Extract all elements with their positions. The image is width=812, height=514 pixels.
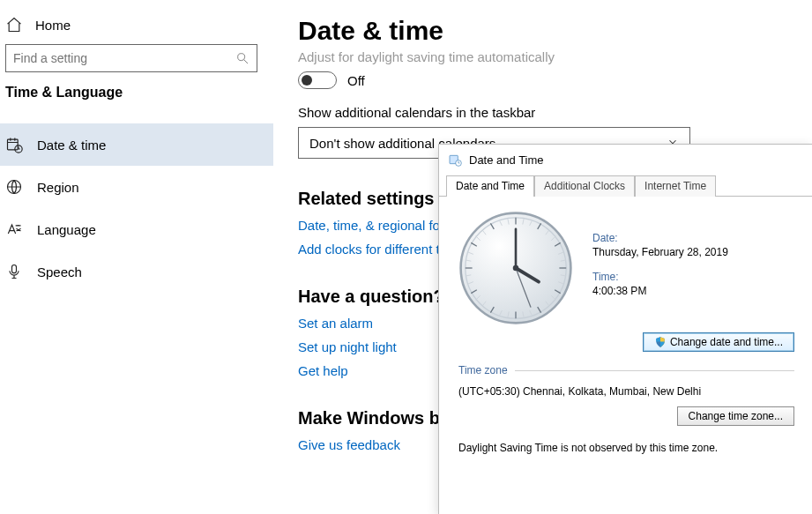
language-icon	[5, 220, 23, 238]
svg-rect-1	[8, 139, 19, 150]
time-label: Time:	[592, 271, 728, 283]
analog-clock	[458, 211, 573, 325]
date-time-dialog-icon	[448, 153, 462, 167]
svg-point-45	[513, 265, 519, 272]
timezone-heading: Time zone	[458, 364, 508, 376]
date-value: Thursday, February 28, 2019	[592, 246, 728, 258]
tab-internet-time[interactable]: Internet Time	[635, 175, 716, 197]
tab-additional-clocks[interactable]: Additional Clocks	[534, 175, 635, 197]
dst-label: Adjust for daylight saving time automati…	[298, 49, 787, 64]
time-value: 4:00:38 PM	[592, 285, 728, 297]
dialog-body: Date: Thursday, February 28, 2019 Time: …	[439, 196, 812, 463]
sidebar-home[interactable]: Home	[0, 9, 273, 44]
tab-date-and-time[interactable]: Date and Time	[446, 175, 534, 197]
change-date-time-label: Change date and time...	[670, 336, 783, 348]
change-timezone-label: Change time zone...	[689, 410, 783, 422]
date-time-info: Date: Thursday, February 28, 2019 Time: …	[592, 211, 728, 325]
timezone-value: (UTC+05:30) Chennai, Kolkata, Mumbai, Ne…	[458, 385, 794, 398]
svg-point-0	[238, 54, 245, 61]
search-icon	[235, 51, 250, 65]
sidebar-item-speech[interactable]: Speech	[0, 250, 273, 293]
section-header: Time & Language	[0, 85, 273, 108]
home-icon	[5, 16, 23, 34]
svg-rect-4	[12, 265, 17, 273]
toggle-state: Off	[347, 73, 365, 88]
sidebar-item-label: Region	[37, 180, 79, 195]
dialog-tabs: Date and Time Additional Clocks Internet…	[439, 175, 812, 196]
change-timezone-button[interactable]: Change time zone...	[677, 406, 794, 426]
date-label: Date:	[592, 232, 728, 244]
change-date-time-button[interactable]: Change date and time...	[643, 332, 794, 352]
date-time-dialog: Date and Time Date and Time Additional C…	[438, 144, 812, 514]
sidebar-item-language[interactable]: Language	[0, 208, 273, 250]
search-input[interactable]	[5, 44, 257, 72]
sidebar: Home Time & Language Date & time	[0, 0, 273, 514]
sidebar-item-label: Language	[37, 222, 96, 237]
search-field[interactable]	[13, 51, 235, 65]
dst-toggle[interactable]	[298, 71, 337, 89]
sidebar-item-date-time[interactable]: Date & time	[0, 123, 273, 166]
page-title: Date & time	[298, 16, 787, 46]
dialog-title: Date and Time	[469, 153, 544, 167]
sidebar-item-region[interactable]: Region	[0, 166, 273, 208]
sidebar-item-label: Date & time	[37, 138, 106, 153]
calendar-clock-icon	[5, 136, 23, 153]
microphone-icon	[5, 263, 23, 280]
dst-note: Daylight Saving Time is not observed by …	[458, 442, 794, 454]
toggle-knob	[302, 75, 312, 86]
sidebar-item-label: Speech	[37, 264, 82, 279]
globe-icon	[5, 178, 23, 196]
home-label: Home	[35, 18, 71, 33]
dialog-titlebar[interactable]: Date and Time	[439, 145, 812, 175]
divider	[515, 370, 794, 371]
uac-shield-icon	[654, 336, 667, 348]
calendars-label: Show additional calendars in the taskbar	[298, 105, 787, 120]
